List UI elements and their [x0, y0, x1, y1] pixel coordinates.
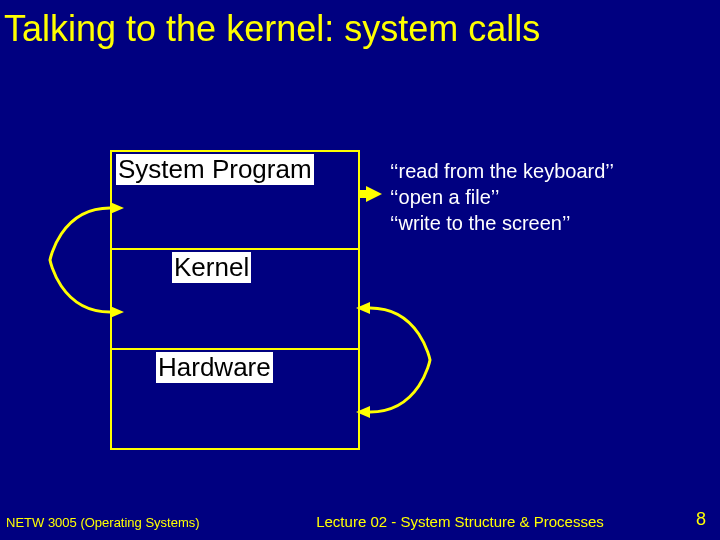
loop-arrow-right: [350, 300, 430, 420]
example-line: ‘‘write to the screen’’: [390, 210, 614, 236]
footer-lecture: Lecture 02 - System Structure & Processe…: [240, 513, 680, 530]
svg-marker-3: [356, 406, 370, 418]
slide-title: Talking to the kernel: system calls: [0, 0, 720, 50]
box-kernel: Kernel: [110, 250, 360, 350]
footer-page-number: 8: [680, 509, 720, 530]
footer-course: NETW 3005 (Operating Systems): [0, 515, 240, 530]
box-label-hardware: Hardware: [156, 352, 273, 383]
layer-diagram: System Program Kernel Hardware: [110, 150, 360, 450]
box-system-program: System Program: [110, 150, 360, 250]
svg-marker-1: [110, 306, 124, 318]
arrow-right-icon: [366, 186, 382, 202]
syscall-examples: ‘‘read from the keyboard’’ ‘‘open a file…: [390, 158, 614, 236]
box-label-system-program: System Program: [116, 154, 314, 185]
slide-footer: NETW 3005 (Operating Systems) Lecture 02…: [0, 509, 720, 530]
box-label-kernel: Kernel: [172, 252, 251, 283]
box-hardware: Hardware: [110, 350, 360, 450]
example-line: ‘‘open a file’’: [390, 184, 614, 210]
svg-marker-0: [110, 202, 124, 214]
loop-arrow-left: [50, 200, 130, 320]
svg-marker-2: [356, 302, 370, 314]
example-line: ‘‘read from the keyboard’’: [390, 158, 614, 184]
